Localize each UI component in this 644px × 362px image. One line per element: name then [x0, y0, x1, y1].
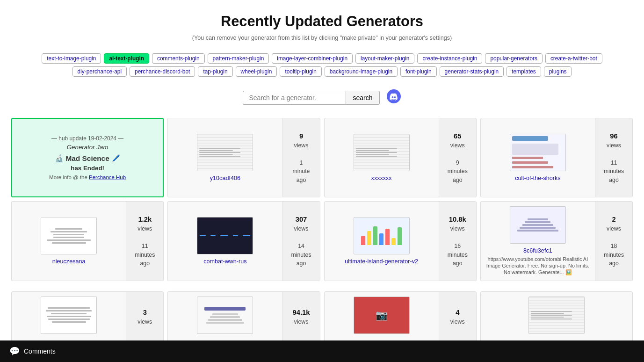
- tag-templates[interactable]: templates: [507, 66, 541, 77]
- bottom-card-preview-0: [12, 292, 126, 342]
- generator-link-7[interactable]: 8c6fu3efc1: [523, 247, 552, 254]
- tag-perchance-discord-bot[interactable]: perchance-discord-bot: [130, 66, 195, 77]
- time-unit-2: minutes: [448, 167, 468, 175]
- time-unit-4: minutes: [135, 251, 155, 259]
- time-value-3: 11: [611, 159, 617, 167]
- generator-link-3[interactable]: cult-of-the-shorks: [515, 175, 560, 181]
- card-preview-5: combat-wwn-rus: [168, 202, 282, 281]
- views-count-5: 307: [296, 214, 307, 224]
- time-ago-3: ago: [609, 176, 619, 184]
- time-ago-1: ago: [297, 176, 306, 184]
- tag-pattern-maker-plugin[interactable]: pattern-maker-plugin: [208, 53, 269, 64]
- search-bar: search: [0, 89, 644, 107]
- views-label-3: views: [607, 141, 621, 150]
- card-cell-5: combat-wwn-rus 307 views 14 minutes ago: [167, 201, 320, 281]
- card-stats-2: 65 views 9 minutes ago: [439, 118, 476, 197]
- bottom-card-preview-1: [168, 292, 282, 342]
- generator-link-5[interactable]: combat-wwn-rus: [203, 258, 246, 265]
- views-label-2: views: [450, 141, 465, 150]
- card-preview-1: y10cadf406: [168, 118, 282, 197]
- views-count-7: 2: [612, 214, 615, 224]
- views-count-1: 9: [299, 131, 303, 141]
- card-cell-4: nieuczesana 1.2k views 11 minutes ago: [11, 201, 164, 281]
- bottom-views-count-0: 3: [143, 307, 147, 318]
- views-count-3: 96: [610, 131, 617, 141]
- time-value-5: 14: [298, 242, 304, 250]
- views-label-1: views: [294, 141, 309, 150]
- time-value-4: 11: [142, 242, 148, 250]
- views-count-2: 65: [454, 131, 461, 141]
- time-ago-5: ago: [297, 259, 306, 268]
- card-stats-6: 10.8k views 16 minutes ago: [439, 202, 476, 281]
- gen-jam-label: Generator Jam: [67, 144, 109, 151]
- time-unit-5: minutes: [291, 251, 311, 259]
- tag-tooltip-plugin[interactable]: tooltip-plugin: [280, 66, 321, 77]
- hub-update-text: — hub update 19-02-2024 —: [51, 135, 123, 142]
- bottom-card-2: 📷 4 views: [324, 291, 477, 343]
- card-stats-1: 9 views 1 minute ago: [282, 118, 320, 197]
- views-label-4: views: [137, 224, 152, 233]
- card-preview-3: cult-of-the-shorks: [481, 118, 595, 197]
- time-ago-7: ago: [609, 259, 619, 268]
- card-preview-6: ultimate-island-generator-v2: [325, 202, 439, 281]
- tag-popular-generators[interactable]: popular-generators: [485, 53, 542, 64]
- card-cell-1: y10cadf406 9 views 1 minute ago: [167, 118, 320, 197]
- tag-wheel-plugin[interactable]: wheel-plugin: [236, 66, 277, 77]
- discord-icon[interactable]: [386, 89, 401, 107]
- bottom-card-3: [480, 291, 633, 343]
- tag-ai-text-plugin[interactable]: ai-text-plugin: [104, 53, 149, 64]
- featured-card-content: — hub update 19-02-2024 — Generator Jam …: [12, 119, 163, 196]
- tag-create-instance-plugin[interactable]: create-instance-plugin: [417, 53, 482, 64]
- featured-title: 🔬 Mad Science 🖊️: [55, 154, 120, 163]
- generator-link-6[interactable]: ultimate-island-generator-v2: [345, 258, 418, 265]
- tag-diy-perchance-api[interactable]: diy-perchance-api: [72, 66, 127, 77]
- views-label-7: views: [607, 224, 621, 233]
- tag-comments-plugin[interactable]: comments-plugin: [152, 53, 205, 64]
- tag-plugins[interactable]: plugins: [544, 66, 572, 77]
- views-label-5: views: [294, 224, 309, 233]
- time-ago-6: ago: [453, 259, 463, 268]
- views-label-6: views: [450, 224, 465, 233]
- bottom-card-1: 94.1k views: [167, 291, 320, 343]
- generator-link-1[interactable]: y10cadf406: [210, 175, 240, 181]
- bottom-views-label-0: views: [137, 318, 152, 326]
- tag-tap-plugin[interactable]: tap-plugin: [198, 66, 232, 77]
- views-count-4: 1.2k: [138, 214, 152, 224]
- generator-link-2[interactable]: xxxxxxx: [371, 175, 392, 181]
- tag-text-to-image-plugin[interactable]: text-to-image-plugin: [42, 53, 101, 64]
- tag-generator-stats-plugin[interactable]: generator-stats-plugin: [440, 66, 504, 77]
- bottom-card-stats-0: 3 views: [126, 292, 163, 342]
- page-subtitle: (You can remove your generator from this…: [0, 35, 644, 41]
- ended-label: has Ended!: [71, 165, 104, 172]
- perchance-hub-link[interactable]: Perchance Hub: [89, 174, 126, 180]
- card-preview-2: xxxxxxx: [325, 118, 439, 197]
- more-info-text: More info @ the Perchance Hub: [49, 174, 126, 180]
- generator-link-4[interactable]: nieuczesana: [52, 258, 86, 265]
- tag-layout-maker-plugin[interactable]: layout-maker-plugin: [355, 53, 414, 64]
- time-unit-7: minutes: [604, 251, 624, 259]
- time-unit-1: minute: [293, 167, 310, 175]
- tag-create-a-twitter-bot[interactable]: create-a-twitter-bot: [545, 53, 602, 64]
- time-unit-3: minutes: [604, 167, 624, 175]
- bottom-views-label-2: views: [450, 318, 465, 326]
- bottom-views-count-2: 4: [456, 307, 459, 318]
- card-cell-2: xxxxxxx 65 views 9 minutes ago: [324, 118, 477, 197]
- time-value-7: 18: [611, 242, 617, 250]
- card-cell-7: 8c6fu3efc1https://www.youtube.com/otorab…: [480, 201, 633, 281]
- card-stats-7: 2 views 18 minutes ago: [595, 202, 632, 281]
- time-value-2: 9: [456, 159, 459, 167]
- search-button[interactable]: search: [346, 91, 379, 105]
- views-count-6: 10.8k: [449, 214, 466, 224]
- search-input[interactable]: [243, 91, 346, 105]
- bottom-card-preview-2: 📷: [325, 292, 439, 342]
- tag-image-layer-combiner-plugin[interactable]: image-layer-combiner-plugin: [272, 53, 353, 64]
- tag-font-plugin[interactable]: font-plugin: [400, 66, 437, 77]
- bottom-card-stats-1: 94.1k views: [282, 292, 320, 342]
- comments-bar[interactable]: 💬 Comments: [0, 340, 644, 362]
- card-stats-5: 307 views 14 minutes ago: [282, 202, 320, 281]
- page-title: Recently Updated Generators: [0, 0, 644, 35]
- tag-background-image-plugin[interactable]: background-image-plugin: [325, 66, 398, 77]
- cards-grid: — hub update 19-02-2024 — Generator Jam …: [0, 111, 644, 288]
- time-unit-6: minutes: [448, 251, 468, 259]
- card-cell-0: — hub update 19-02-2024 — Generator Jam …: [11, 118, 164, 197]
